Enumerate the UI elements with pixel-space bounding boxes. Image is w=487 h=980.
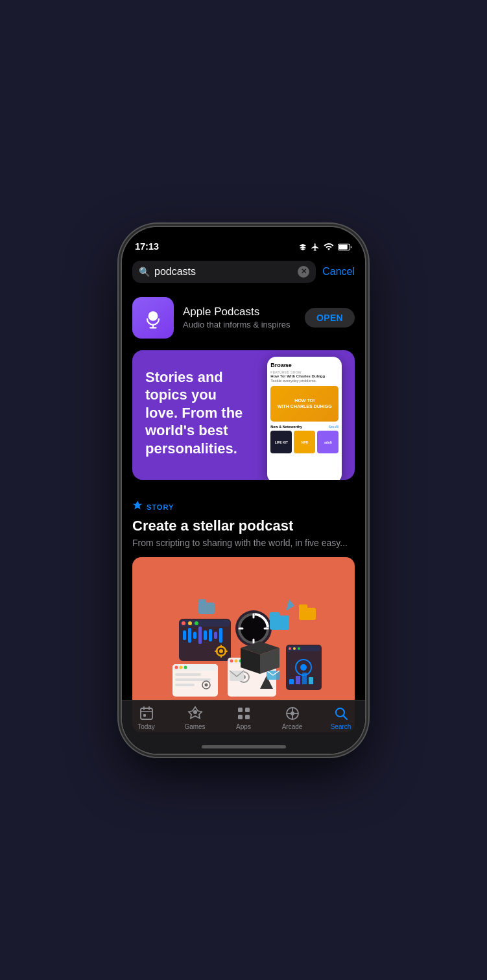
svg-rect-13 bbox=[193, 632, 196, 639]
tab-games-label: Games bbox=[184, 723, 205, 730]
svg-rect-7 bbox=[180, 620, 230, 627]
phone-screen: 17:13 bbox=[122, 227, 365, 754]
banner-phone-mockup: Browse FEATURED SHOW How To! With Charle… bbox=[261, 350, 355, 480]
status-icons bbox=[299, 243, 352, 252]
notch bbox=[192, 227, 296, 246]
phone-frame: 17:13 bbox=[122, 227, 365, 754]
search-clear-button[interactable]: ✕ bbox=[298, 266, 309, 278]
svg-rect-3 bbox=[152, 312, 154, 320]
svg-rect-81 bbox=[245, 715, 250, 719]
svg-rect-16 bbox=[209, 629, 212, 641]
status-time: 17:13 bbox=[135, 241, 159, 252]
apps-icon bbox=[236, 706, 252, 721]
airplane-icon bbox=[311, 243, 320, 252]
svg-point-33 bbox=[184, 665, 187, 669]
tab-apps-label: Apps bbox=[236, 723, 251, 730]
mini-phone: Browse FEATURED SHOW How To! With Charle… bbox=[267, 357, 342, 480]
svg-point-9 bbox=[188, 621, 192, 625]
today-icon bbox=[139, 706, 154, 721]
tab-arcade[interactable]: Arcade bbox=[268, 706, 316, 730]
svg-point-54 bbox=[300, 664, 307, 671]
content-area: Apple Podcasts Audio that informs & insp… bbox=[122, 289, 365, 754]
svg-rect-17 bbox=[214, 632, 217, 639]
tab-today[interactable]: Today bbox=[122, 706, 171, 730]
svg-rect-18 bbox=[219, 628, 222, 643]
svg-rect-28 bbox=[198, 599, 206, 603]
svg-rect-14 bbox=[198, 627, 202, 644]
svg-point-32 bbox=[179, 665, 182, 669]
tab-search[interactable]: Search bbox=[316, 706, 365, 730]
story-illustration-svg bbox=[160, 580, 328, 710]
games-icon bbox=[187, 706, 203, 721]
svg-rect-27 bbox=[198, 603, 215, 614]
svg-point-8 bbox=[182, 621, 185, 625]
svg-rect-36 bbox=[175, 684, 195, 686]
tab-today-label: Today bbox=[137, 723, 155, 730]
story-appstore-icon bbox=[132, 501, 143, 514]
story-title: Create a stellar podcast bbox=[132, 518, 355, 534]
app-info: Apple Podcasts Audio that informs & insp… bbox=[183, 305, 296, 329]
mini-howto-card: HOW TO!WITH CHARLES DUHIGG bbox=[270, 386, 339, 422]
svg-rect-1 bbox=[339, 245, 348, 249]
cancel-button[interactable]: Cancel bbox=[322, 266, 355, 278]
svg-rect-58 bbox=[309, 677, 313, 684]
search-icon: 🔍 bbox=[139, 267, 150, 277]
store-icon-svg bbox=[132, 501, 143, 511]
wifi-icon bbox=[324, 243, 334, 251]
svg-rect-72 bbox=[141, 708, 152, 719]
svg-point-42 bbox=[234, 659, 237, 662]
tab-apps[interactable]: Apps bbox=[219, 706, 268, 730]
svg-line-89 bbox=[343, 715, 347, 719]
svg-rect-26 bbox=[270, 612, 279, 617]
home-indicator bbox=[202, 745, 286, 748]
story-subtitle: From scripting to sharing with the world… bbox=[132, 538, 355, 548]
tab-search-label: Search bbox=[331, 723, 351, 730]
svg-rect-60 bbox=[299, 604, 307, 609]
search-bar-container: 🔍 podcasts ✕ Cancel bbox=[122, 256, 365, 289]
svg-point-10 bbox=[195, 621, 198, 625]
mini-section-title: New & Noteworthy bbox=[270, 425, 302, 429]
svg-point-38 bbox=[204, 683, 208, 686]
search-query-text: podcasts bbox=[154, 266, 293, 278]
featured-banner[interactable]: Stories and topics you love. From the wo… bbox=[132, 350, 355, 480]
app-name: Apple Podcasts bbox=[183, 305, 296, 318]
mini-howto-text: HOW TO!WITH CHARLES DUHIGG bbox=[278, 398, 332, 409]
arcade-icon bbox=[285, 706, 300, 721]
svg-point-50 bbox=[289, 647, 291, 650]
mini-card-2: NPR bbox=[294, 431, 315, 453]
mini-card-3: adult bbox=[317, 431, 339, 453]
tab-arcade-label: Arcade bbox=[282, 723, 303, 730]
app-result-row[interactable]: Apple Podcasts Audio that informs & insp… bbox=[122, 289, 365, 346]
story-label-row: STORY bbox=[132, 501, 355, 514]
svg-rect-56 bbox=[296, 676, 300, 684]
app-subtitle: Audio that informs & inspires bbox=[183, 320, 296, 329]
svg-point-41 bbox=[230, 659, 233, 662]
svg-rect-59 bbox=[299, 608, 316, 620]
svg-point-51 bbox=[293, 647, 296, 650]
svg-point-83 bbox=[291, 711, 294, 715]
svg-point-77 bbox=[193, 710, 197, 714]
banner-headline: Stories and topics you love. From the wo… bbox=[145, 368, 248, 458]
svg-point-52 bbox=[298, 647, 300, 650]
svg-rect-55 bbox=[289, 679, 294, 684]
svg-rect-34 bbox=[175, 673, 201, 676]
svg-rect-15 bbox=[204, 630, 207, 640]
svg-rect-76 bbox=[143, 714, 146, 717]
podcasts-icon-svg bbox=[141, 306, 165, 329]
svg-rect-57 bbox=[302, 673, 307, 684]
open-button[interactable]: OPEN bbox=[305, 308, 355, 328]
story-tag: STORY bbox=[147, 503, 174, 511]
search-tab-icon bbox=[333, 706, 349, 721]
mini-podcast-cards: LIFE KIT NPR adult bbox=[270, 431, 339, 453]
svg-rect-12 bbox=[188, 628, 191, 643]
svg-point-31 bbox=[174, 665, 178, 669]
svg-rect-79 bbox=[245, 708, 250, 712]
location-icon bbox=[299, 243, 307, 251]
mini-show-title: How To! With Charles DuhiggTackle everyd… bbox=[270, 374, 339, 385]
mini-card-1: LIFE KIT bbox=[270, 431, 292, 453]
search-input-wrapper[interactable]: 🔍 podcasts ✕ bbox=[132, 261, 316, 283]
app-icon-podcasts bbox=[132, 297, 174, 339]
mini-see-all: See All bbox=[329, 425, 339, 429]
tab-games[interactable]: Games bbox=[171, 706, 219, 730]
svg-rect-80 bbox=[238, 715, 243, 719]
